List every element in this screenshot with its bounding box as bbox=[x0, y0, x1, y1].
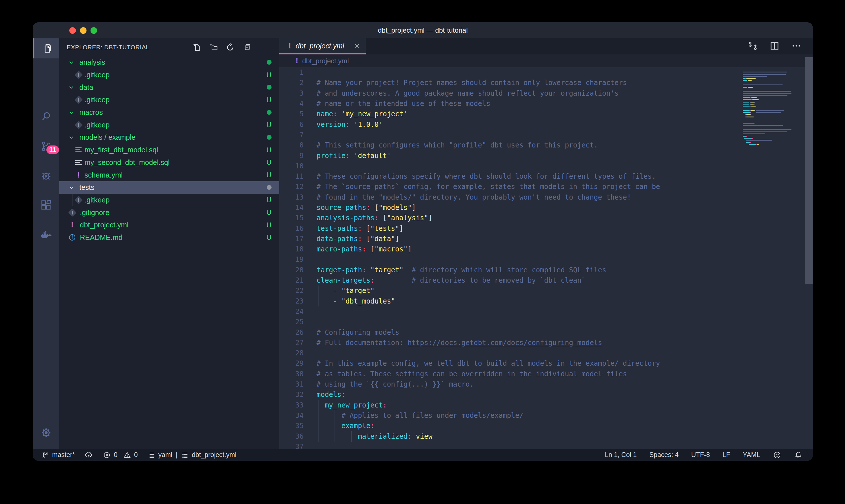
code-line-31[interactable]: 31# using the `{{ config(...) }}` macro. bbox=[279, 379, 813, 390]
code-line-9[interactable]: 9profile: 'default' bbox=[279, 150, 813, 161]
code-line-24[interactable]: 24 bbox=[279, 306, 813, 317]
activity-extensions-button[interactable] bbox=[33, 195, 59, 215]
code-line-8[interactable]: 8# This setting configures which "profil… bbox=[279, 140, 813, 150]
tree-file--gitkeep[interactable]: .gitkeepU bbox=[59, 69, 279, 81]
folder-status-dot bbox=[263, 109, 275, 116]
tree-file-my-second-dbt-model-sql[interactable]: my_second_dbt_model.sqlU bbox=[59, 156, 279, 169]
line-number: 1 bbox=[279, 69, 304, 76]
language-indicator[interactable]: YAML bbox=[743, 451, 760, 459]
untracked-badge: U bbox=[263, 158, 275, 166]
code-line-22[interactable]: 22 - "target" bbox=[279, 286, 813, 296]
editor-scrollbar[interactable] bbox=[805, 57, 813, 284]
problems-indicator[interactable]: 0 0 bbox=[103, 451, 138, 459]
code-line-10[interactable]: 10 bbox=[279, 161, 813, 171]
yaml-warning-icon: ! bbox=[74, 171, 83, 179]
tree-folder-macros[interactable]: macros bbox=[59, 106, 279, 119]
tree-folder-models-example[interactable]: models / example bbox=[59, 131, 279, 144]
yaml-mode-indicator[interactable]: yaml | dbt_project.yml bbox=[147, 451, 237, 459]
code-line-3[interactable]: 3# and underscores. A good package name … bbox=[279, 88, 813, 98]
code-line-2[interactable]: 2# Name your project! Project names shou… bbox=[279, 78, 813, 88]
sync-changes-button[interactable] bbox=[85, 451, 93, 459]
refresh-icon[interactable] bbox=[225, 42, 235, 52]
code-line-14[interactable]: 14source-paths: ["models"] bbox=[279, 202, 813, 213]
feedback-smiley-icon[interactable] bbox=[773, 451, 781, 459]
open-changes-icon[interactable] bbox=[748, 41, 758, 51]
code-line-25[interactable]: 25 bbox=[279, 317, 813, 327]
tree-folder-analysis[interactable]: analysis bbox=[59, 56, 279, 69]
indentation-indicator[interactable]: Spaces: 4 bbox=[649, 451, 679, 459]
code-line-16[interactable]: 16test-paths: ["tests"] bbox=[279, 223, 813, 233]
code-line-33[interactable]: 33 my_new_project: bbox=[279, 400, 813, 410]
collapse-folders-icon[interactable] bbox=[242, 42, 252, 52]
tree-file-my-first-dbt-model-sql[interactable]: my_first_dbt_model.sqlU bbox=[59, 144, 279, 156]
minimap[interactable] bbox=[743, 70, 806, 148]
code-line-13[interactable]: 13# found in the "models/" directory. Yo… bbox=[279, 192, 813, 202]
git-file-icon bbox=[74, 121, 83, 129]
code-text: # using the `{{ config(...) }}` macro. bbox=[304, 380, 474, 388]
code-line-1[interactable]: 1 bbox=[279, 67, 813, 78]
settings-gear-button[interactable] bbox=[33, 423, 59, 443]
code-line-5[interactable]: 5name: 'my_new_project' bbox=[279, 109, 813, 119]
branch-indicator[interactable]: master* bbox=[41, 451, 75, 459]
code-line-4[interactable]: 4# name or the intended use of these mod… bbox=[279, 98, 813, 109]
file-tree: analysis.gitkeepUdata.gitkeepUmacros.git… bbox=[59, 56, 279, 244]
code-line-26[interactable]: 26# Configuring models bbox=[279, 327, 813, 337]
breadcrumb[interactable]: ! dbt_project.yml bbox=[279, 54, 813, 67]
code-line-32[interactable]: 32models: bbox=[279, 390, 813, 400]
split-editor-icon[interactable] bbox=[769, 41, 780, 51]
tree-folder-data[interactable]: data bbox=[59, 81, 279, 94]
tab-close-icon[interactable]: × bbox=[354, 41, 359, 50]
eol-indicator[interactable]: LF bbox=[722, 451, 730, 459]
tree-file--gitkeep[interactable]: .gitkeepU bbox=[59, 119, 279, 131]
code-text: example: bbox=[304, 422, 374, 430]
code-line-11[interactable]: 11# These configurations specify where d… bbox=[279, 171, 813, 182]
editor-group: ! dbt_project.yml × bbox=[279, 38, 813, 449]
cursor-position[interactable]: Ln 1, Col 1 bbox=[605, 451, 637, 459]
files-icon bbox=[41, 43, 53, 54]
code-line-6[interactable]: 6version: '1.0.0' bbox=[279, 119, 813, 129]
code-line-20[interactable]: 20target-path: "target" # directory whic… bbox=[279, 265, 813, 275]
code-line-27[interactable]: 27# Full documentation: https://docs.get… bbox=[279, 338, 813, 348]
activity-search-button[interactable] bbox=[33, 107, 59, 127]
notifications-bell-icon[interactable] bbox=[794, 451, 803, 459]
code-area[interactable]: 12# Name your project! Project names sho… bbox=[279, 67, 813, 449]
new-file-icon[interactable] bbox=[192, 42, 202, 52]
tab-dbt-project-yml[interactable]: ! dbt_project.yml × bbox=[279, 38, 366, 54]
folder-label: macros bbox=[79, 108, 103, 116]
code-line-30[interactable]: 30# as tables. These settings can be ove… bbox=[279, 369, 813, 379]
code-text: - "dbt_modules" bbox=[304, 297, 395, 305]
line-number: 18 bbox=[279, 245, 304, 253]
tree-folder-tests[interactable]: tests bbox=[59, 181, 279, 194]
tree-file--gitkeep[interactable]: .gitkeepU bbox=[59, 194, 279, 206]
new-folder-icon[interactable] bbox=[209, 42, 219, 52]
code-line-23[interactable]: 23 - "dbt_modules" bbox=[279, 296, 813, 306]
code-line-37[interactable]: 37 bbox=[279, 442, 813, 449]
code-line-12[interactable]: 12# The `source-paths` config, for examp… bbox=[279, 182, 813, 192]
tree-file-dbt-project-yml[interactable]: !dbt_project.ymlU bbox=[59, 219, 279, 231]
code-line-15[interactable]: 15analysis-paths: ["analysis"] bbox=[279, 213, 813, 223]
tree-file-readme-md[interactable]: README.mdU bbox=[59, 231, 279, 244]
code-line-17[interactable]: 17data-paths: ["data"] bbox=[279, 234, 813, 244]
code-line-28[interactable]: 28 bbox=[279, 348, 813, 358]
activity-explorer-button[interactable] bbox=[33, 38, 59, 58]
code-line-18[interactable]: 18macro-paths: ["macros"] bbox=[279, 244, 813, 254]
code-line-29[interactable]: 29# In this example config, we tell dbt … bbox=[279, 358, 813, 368]
activity-debug-button[interactable] bbox=[33, 166, 59, 186]
line-number: 31 bbox=[279, 380, 304, 388]
encoding-indicator[interactable]: UTF-8 bbox=[691, 451, 710, 459]
line-number: 12 bbox=[279, 183, 304, 191]
untracked-badge: U bbox=[263, 209, 275, 216]
more-actions-icon[interactable] bbox=[791, 41, 802, 51]
code-line-19[interactable]: 19 bbox=[279, 254, 813, 265]
code-line-35[interactable]: 35 example: bbox=[279, 421, 813, 431]
code-line-36[interactable]: 36 materialized: view bbox=[279, 431, 813, 441]
code-line-7[interactable]: 7 bbox=[279, 130, 813, 140]
docker-whale-icon bbox=[39, 229, 53, 242]
tree-file--gitignore[interactable]: .gitignoreU bbox=[59, 206, 279, 219]
chevron-down-icon bbox=[68, 84, 75, 91]
activity-docker-button[interactable] bbox=[33, 225, 59, 245]
code-line-21[interactable]: 21clean-targets: # directories to be rem… bbox=[279, 275, 813, 286]
tree-file-schema-yml[interactable]: !schema.ymlU bbox=[59, 169, 279, 181]
code-line-34[interactable]: 34 # Applies to all files under models/e… bbox=[279, 410, 813, 421]
tree-file--gitkeep[interactable]: .gitkeepU bbox=[59, 94, 279, 106]
